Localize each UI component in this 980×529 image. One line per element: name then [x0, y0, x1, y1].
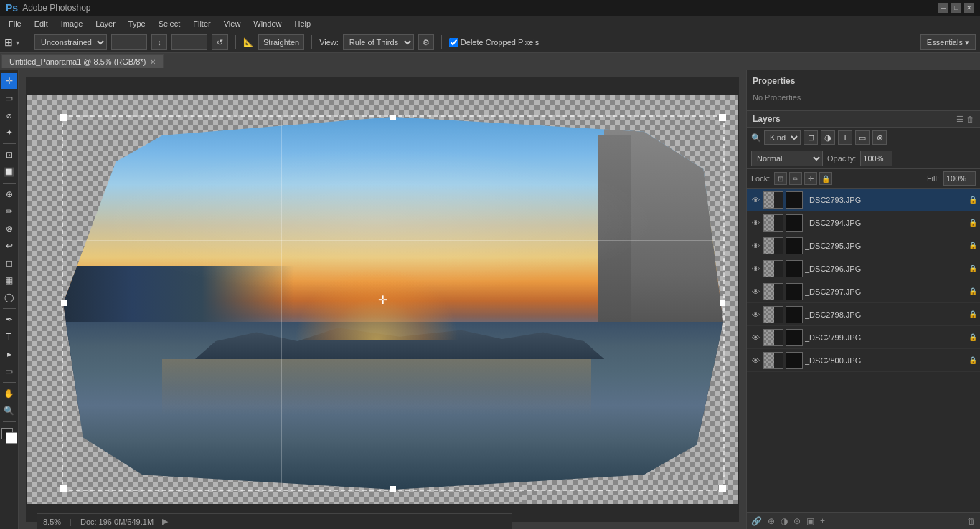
link-layers-icon[interactable]: 🔗 — [751, 516, 762, 526]
layer-visibility-toggle[interactable]: 👁 — [750, 263, 761, 275]
canvas-wrapper[interactable]: ✛ — [27, 95, 738, 504]
dodge-tool[interactable]: ◯ — [1, 290, 17, 305]
delete-layer-icon[interactable]: 🗑 — [967, 516, 976, 526]
document-close-icon[interactable]: ✕ — [150, 58, 156, 66]
type-filter-button[interactable]: T — [838, 130, 852, 145]
layer-visibility-toggle[interactable]: 👁 — [750, 332, 761, 343]
layer-name: _DSC2796.JPG — [805, 264, 966, 273]
status-arrow[interactable]: ▶ — [162, 517, 168, 526]
app-logo: Ps — [6, 2, 18, 14]
menu-view[interactable]: View — [218, 18, 247, 29]
menu-layer[interactable]: Layer — [90, 18, 121, 29]
close-button[interactable]: ✕ — [964, 3, 974, 13]
layers-bottom-toolbar: 🔗 ⊕ ◑ ⊙ ▣ + 🗑 — [747, 512, 980, 529]
eyedropper-tool[interactable]: 🔲 — [1, 164, 17, 180]
layers-panel-trash-icon[interactable]: 🗑 — [966, 115, 974, 124]
layer-item[interactable]: 👁 _DSC2793.JPG 🔒 — [747, 189, 980, 211]
layer-item[interactable]: 👁 _DSC2799.JPG 🔒 — [747, 326, 980, 349]
pixel-filter-button[interactable]: ⊡ — [804, 130, 818, 145]
lock-position-button[interactable]: ✛ — [804, 172, 817, 185]
layer-mask-thumbnail — [786, 283, 803, 300]
layer-item[interactable]: 👁 _DSC2794.JPG 🔒 — [747, 211, 980, 234]
lasso-tool[interactable]: ⌀ — [1, 108, 17, 123]
layer-visibility-toggle[interactable]: 👁 — [750, 240, 761, 252]
add-mask-icon[interactable]: ◑ — [781, 516, 788, 526]
text-tool[interactable]: T — [1, 329, 17, 345]
document-tab[interactable]: Untitled_Panorama1 @ 8.5% (RGB/8*) ✕ — [1, 54, 164, 68]
foreground-bg-colors[interactable] — [1, 428, 17, 444]
healing-brush-tool[interactable]: ⊕ — [1, 186, 17, 202]
smart-filter-button[interactable]: ⊗ — [872, 130, 887, 145]
magic-wand-tool[interactable]: ✦ — [1, 125, 17, 140]
swap-dimensions-button[interactable]: ↕ — [151, 34, 167, 50]
brush-tool[interactable]: ✏ — [1, 204, 17, 219]
essentials-button[interactable]: Essentials ▾ — [920, 34, 976, 50]
height-input[interactable] — [171, 34, 207, 50]
menu-image[interactable]: Image — [55, 18, 89, 29]
layer-visibility-toggle[interactable]: 👁 — [750, 309, 761, 320]
straighten-button[interactable]: Straighten — [258, 34, 304, 50]
width-input[interactable] — [111, 34, 147, 50]
zoom-tool[interactable]: 🔍 — [1, 403, 17, 419]
new-layer-icon[interactable]: + — [820, 516, 825, 526]
history-brush-tool[interactable]: ↩ — [1, 238, 17, 254]
menu-help[interactable]: Help — [288, 18, 316, 29]
layer-item[interactable]: 👁 _DSC2800.JPG 🔒 — [747, 349, 980, 372]
pen-tool[interactable]: ✒ — [1, 312, 17, 328]
layer-kind-select[interactable]: Kind — [764, 130, 801, 145]
layer-lock-icon: 🔒 — [969, 242, 977, 249]
menu-bar: File Edit Image Layer Type Select Filter… — [0, 16, 980, 32]
move-tool[interactable]: ✛ — [1, 73, 17, 89]
path-selection-tool[interactable]: ▸ — [1, 346, 17, 362]
toolbar-separator-1 — [27, 35, 27, 49]
opacity-input[interactable] — [860, 151, 892, 166]
layer-visibility-toggle[interactable]: 👁 — [750, 355, 761, 366]
layer-item[interactable]: 👁 _DSC2797.JPG 🔒 — [747, 280, 980, 303]
lock-all-button[interactable]: 🔒 — [819, 172, 832, 185]
shape-filter-button[interactable]: ▭ — [855, 130, 870, 145]
hand-tool[interactable]: ✋ — [1, 386, 17, 401]
layer-visibility-toggle[interactable]: 👁 — [750, 286, 761, 297]
search-icon: 🔍 — [751, 133, 761, 143]
minimize-button[interactable]: ─ — [938, 3, 948, 13]
menu-select[interactable]: Select — [153, 18, 187, 29]
gradient-tool[interactable]: ▦ — [1, 272, 17, 288]
menu-type[interactable]: Type — [123, 18, 151, 29]
layer-visibility-toggle[interactable]: 👁 — [750, 217, 761, 229]
maximize-button[interactable]: □ — [951, 3, 961, 13]
delete-cropped-checkbox[interactable] — [449, 38, 458, 47]
properties-panel-title: Properties — [753, 76, 974, 86]
sunset-glow — [294, 266, 459, 340]
reset-button[interactable]: ↺ — [212, 34, 228, 50]
canvas-area: ✛ — [19, 70, 746, 529]
constraint-select[interactable]: Unconstrained — [34, 34, 107, 50]
view-select[interactable]: Rule of Thirds — [343, 34, 414, 50]
view-settings-button[interactable]: ⚙ — [418, 34, 434, 50]
lock-transparency-button[interactable]: ⊡ — [774, 172, 787, 185]
properties-panel: Properties No Properties — [747, 70, 980, 111]
adjustment-filter-button[interactable]: ◑ — [821, 130, 835, 145]
marquee-tool[interactable]: ▭ — [1, 90, 17, 106]
shape-tool[interactable]: ▭ — [1, 363, 17, 379]
crop-tool[interactable]: ⊡ — [1, 147, 17, 163]
clone-stamp-tool[interactable]: ⊗ — [1, 221, 17, 237]
menu-file[interactable]: File — [3, 18, 27, 29]
new-group-icon[interactable]: ▣ — [806, 516, 814, 526]
lock-label: Lock: — [751, 174, 770, 183]
layer-item[interactable]: 👁 _DSC2796.JPG 🔒 — [747, 257, 980, 280]
layer-item[interactable]: 👁 _DSC2795.JPG 🔒 — [747, 234, 980, 257]
lock-pixels-button[interactable]: ✏ — [789, 172, 802, 185]
layer-visibility-toggle[interactable]: 👁 — [750, 194, 761, 206]
delete-cropped-label[interactable]: Delete Cropped Pixels — [449, 38, 539, 47]
add-style-icon[interactable]: ⊕ — [768, 516, 775, 526]
eraser-tool[interactable]: ◻ — [1, 255, 17, 271]
menu-filter[interactable]: Filter — [187, 18, 216, 29]
fill-input[interactable] — [943, 171, 976, 186]
layers-panel-menu-icon[interactable]: ☰ — [956, 115, 963, 124]
layer-item[interactable]: 👁 _DSC2798.JPG 🔒 — [747, 303, 980, 326]
checker-top-left — [27, 95, 113, 138]
blend-mode-select[interactable]: Normal — [751, 151, 823, 166]
menu-edit[interactable]: Edit — [29, 18, 54, 29]
new-fill-layer-icon[interactable]: ⊙ — [793, 516, 801, 526]
menu-window[interactable]: Window — [248, 18, 287, 29]
